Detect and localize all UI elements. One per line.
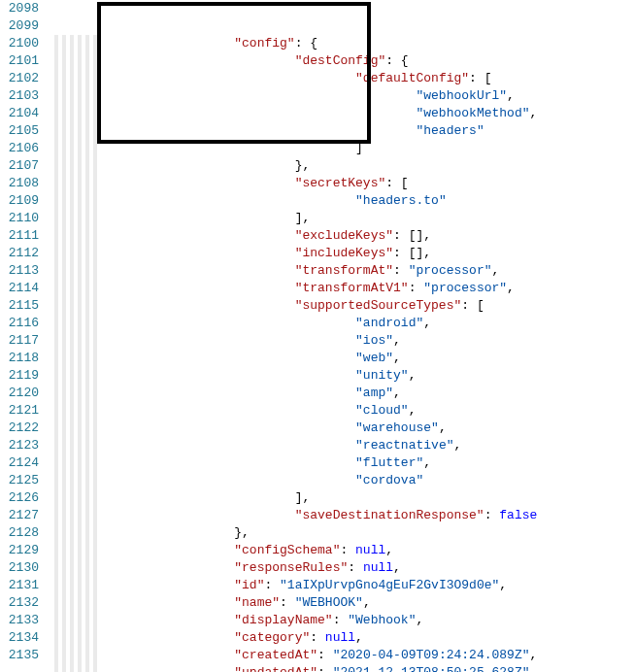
token-punc: : [ (469, 71, 491, 85)
code-line[interactable]: "amp", (52, 385, 634, 402)
token-key: "createdAt" (234, 648, 317, 662)
token-kw: null (325, 630, 355, 645)
line-number: 2131 (0, 577, 39, 594)
code-line[interactable]: "defaultConfig": [ (52, 70, 634, 87)
line-number: 2121 (0, 402, 39, 420)
token-punc: , (393, 560, 401, 575)
token-key: "category" (234, 630, 310, 645)
line-number: 2098 (0, 0, 39, 17)
token-punc: : (280, 595, 295, 610)
code-line[interactable]: "web", (52, 350, 634, 367)
token-str: "processor" (423, 281, 507, 295)
token-punc: : (317, 648, 333, 662)
token-punc: : (409, 281, 424, 295)
token-key: "includeKeys" (295, 246, 393, 260)
line-number: 2100 (0, 35, 39, 52)
token-key: "destConfig" (295, 53, 386, 68)
token-key: "displayName" (234, 613, 332, 627)
code-line[interactable]: "supportedSourceTypes": [ (52, 297, 634, 315)
token-punc: : (340, 543, 355, 557)
line-number: 2107 (0, 157, 39, 175)
token-key: "updatedAt" (234, 665, 317, 672)
token-punc: : { (385, 53, 408, 68)
token-punc: : (348, 560, 363, 575)
code-line[interactable]: "saveDestinationResponse": false (52, 507, 634, 524)
code-line[interactable]: "category": null, (52, 629, 634, 647)
line-number: 2122 (0, 420, 39, 437)
code-line[interactable]: "flutter", (52, 454, 634, 472)
token-punc: , (453, 438, 461, 453)
token-str: "unity" (355, 368, 409, 383)
token-punc: : [ (461, 298, 484, 313)
token-str: "flutter" (355, 455, 423, 470)
token-str: "headers.to" (355, 193, 447, 208)
token-punc: : (333, 613, 349, 627)
code-line[interactable]: "id": "1aIXpUrvpGno4gEuF2GvI3O9d0e", (52, 577, 634, 594)
code-line[interactable]: ], (52, 210, 634, 227)
line-number: 2133 (0, 612, 39, 629)
token-str: "cloud" (355, 403, 409, 418)
code-line[interactable]: "headers" (52, 122, 634, 140)
line-number: 2130 (0, 559, 39, 577)
token-str: "amp" (355, 386, 393, 400)
token-punc: , (409, 403, 417, 418)
line-number: 2120 (0, 385, 39, 402)
code-line[interactable]: "includeKeys": [], (52, 245, 634, 262)
code-line[interactable]: "transformAt": "processor", (52, 262, 634, 280)
code-line[interactable]: "android", (52, 315, 634, 332)
code-line[interactable]: "destConfig": { (52, 52, 634, 70)
token-punc: , (507, 281, 515, 295)
code-area[interactable]: "config": { "destConfig": { "defaultConf… (52, 0, 634, 672)
token-kw: null (363, 560, 393, 575)
token-kw: false (499, 508, 537, 522)
code-line[interactable]: "configSchema": null, (52, 542, 634, 559)
code-line[interactable]: "webhookMethod", (52, 105, 634, 122)
code-line[interactable]: "name": "WEBHOOK", (52, 594, 634, 612)
token-str: "reactnative" (355, 438, 453, 453)
code-line[interactable]: "transformAtV1": "processor", (52, 280, 634, 297)
code-line[interactable]: }, (52, 157, 634, 175)
token-punc: : [], (393, 246, 431, 260)
code-line[interactable]: "webhookUrl", (52, 87, 634, 105)
code-line[interactable]: ] (52, 140, 634, 157)
token-str: "2021-12-13T08:50:25.628Z" (333, 665, 530, 672)
token-punc: ], (295, 211, 311, 225)
code-line[interactable]: "config": { (52, 35, 634, 52)
line-number: 2128 (0, 524, 39, 542)
token-punc: : [], (393, 228, 431, 243)
token-punc: , (507, 88, 515, 103)
line-number: 2105 (0, 122, 39, 140)
code-line[interactable]: "displayName": "Webhook", (52, 612, 634, 629)
code-line[interactable]: "createdAt": "2020-04-09T09:24:24.089Z", (52, 647, 634, 664)
code-editor[interactable]: 2098209921002101210221032104210521062107… (0, 0, 634, 672)
line-number: 2114 (0, 280, 39, 297)
token-punc: : [ (385, 176, 408, 190)
code-line[interactable]: "ios", (52, 332, 634, 350)
token-punc: : (310, 630, 325, 645)
code-line[interactable]: "excludeKeys": [], (52, 227, 634, 245)
code-line[interactable]: "warehouse", (52, 420, 634, 437)
token-punc: , (416, 613, 423, 627)
line-number: 2127 (0, 507, 39, 524)
code-line[interactable]: "secretKeys": [ (52, 175, 634, 192)
code-line[interactable]: "reactnative", (52, 437, 634, 454)
token-str: "headers" (416, 123, 484, 138)
token-punc: , (492, 263, 500, 278)
code-line[interactable]: "responseRules": null, (52, 559, 634, 577)
code-line[interactable]: ], (52, 489, 634, 507)
token-punc: , (355, 630, 363, 645)
token-key: "responseRules" (234, 560, 348, 575)
token-str: "webhookUrl" (416, 88, 507, 103)
token-str: "web" (355, 351, 393, 365)
code-line[interactable]: "unity", (52, 367, 634, 385)
code-line[interactable]: }, (52, 524, 634, 542)
code-line[interactable]: "cloud", (52, 402, 634, 420)
code-line[interactable]: "updatedAt": "2021-12-13T08:50:25.628Z" (52, 664, 634, 672)
line-number: 2123 (0, 437, 39, 454)
token-punc: , (530, 106, 538, 120)
code-line[interactable]: "headers.to" (52, 192, 634, 210)
token-kw: null (355, 543, 385, 557)
code-line[interactable]: "cordova" (52, 472, 634, 489)
token-str: "processor" (409, 263, 492, 278)
token-punc: : (317, 665, 333, 672)
